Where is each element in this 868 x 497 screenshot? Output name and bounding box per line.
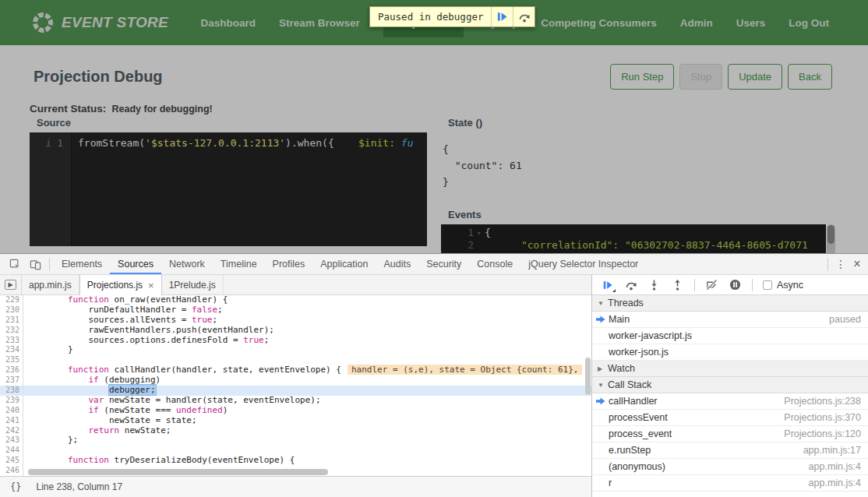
line-number-gutter[interactable]: 234 bbox=[0, 345, 23, 355]
callstack-frame-e-runstep[interactable]: e.runStepapp.min.js:17 bbox=[592, 442, 868, 459]
dropdown-corner bbox=[612, 289, 616, 292]
code-token: rawEventHandlers.push(eventHandler); bbox=[26, 325, 274, 335]
events-scrollbar-thumb[interactable] bbox=[827, 225, 834, 244]
source-code-line: fromStream('$stats-127.0.0.1:2113').when… bbox=[72, 132, 414, 246]
callstack-frame-item[interactable] bbox=[592, 492, 868, 497]
line-number-gutter[interactable]: 232 bbox=[0, 326, 23, 336]
watch-section-header[interactable]: ▶ Watch bbox=[592, 361, 868, 377]
update-button[interactable]: Update bbox=[728, 64, 782, 90]
step-out-button[interactable] bbox=[671, 278, 684, 291]
source-label: Source bbox=[37, 117, 427, 129]
overlay-resume-button[interactable] bbox=[491, 7, 513, 26]
code-token: (newState === bbox=[99, 405, 176, 415]
callstack-frame-anonymous[interactable]: (anonymous)app.min.js:4 bbox=[592, 459, 868, 475]
nav-item-competing-consumers[interactable]: Competing Consumers bbox=[541, 9, 657, 37]
threads-list: Mainpausedworker-javascript.jsworker-jso… bbox=[592, 312, 868, 361]
callstack-frame-process-event[interactable]: process_eventProjections.js:120 bbox=[592, 426, 868, 442]
threads-section-header[interactable]: ▼ Threads bbox=[592, 295, 868, 312]
callstack-section-header[interactable]: ▼ Call Stack bbox=[592, 377, 868, 393]
devtools-tab-timeline[interactable]: Timeline bbox=[213, 254, 265, 274]
line-number-gutter[interactable]: 245 bbox=[0, 456, 23, 466]
devtools-tab-network[interactable]: Network bbox=[161, 254, 213, 274]
file-tab-projections-js[interactable]: Projections.js× bbox=[79, 275, 162, 295]
pretty-print-icon[interactable]: {} bbox=[10, 481, 21, 492]
overlay-step-over-button[interactable] bbox=[513, 7, 535, 26]
step-into-button[interactable] bbox=[647, 278, 661, 291]
thread-row-main[interactable]: Mainpaused bbox=[592, 312, 868, 328]
checkbox-icon[interactable] bbox=[763, 280, 772, 290]
file-tab-app-min-js[interactable]: app.min.js bbox=[22, 275, 79, 294]
devtools-tab-console[interactable]: Console bbox=[469, 254, 520, 274]
inspect-element-button[interactable] bbox=[5, 254, 25, 274]
paused-in-debugger-overlay: Paused in debugger bbox=[369, 6, 535, 27]
file-tab-1prelude-js[interactable]: 1Prelude.js bbox=[162, 275, 224, 294]
code-token: ) bbox=[223, 405, 228, 415]
async-checkbox[interactable]: Async bbox=[763, 280, 803, 291]
step-over-button[interactable] bbox=[624, 278, 637, 291]
code-token bbox=[26, 295, 68, 305]
line-number-gutter[interactable]: 238 bbox=[0, 386, 23, 396]
line-number-gutter[interactable]: 239 bbox=[0, 396, 23, 406]
devtools-tab-application[interactable]: Application bbox=[312, 254, 376, 274]
nav-item-admin[interactable]: Admin bbox=[680, 9, 713, 37]
devtools-tab-sources[interactable]: Sources bbox=[110, 254, 161, 274]
line-number-gutter[interactable]: 236 bbox=[0, 365, 23, 375]
events-scrollbar[interactable] bbox=[827, 224, 835, 253]
show-navigator-button[interactable]: ▶ bbox=[0, 275, 22, 294]
scrollbar-thumb[interactable] bbox=[28, 469, 328, 475]
devtools-tab-profiles[interactable]: Profiles bbox=[265, 254, 313, 274]
line-number-gutter[interactable]: 244 bbox=[0, 446, 23, 456]
line-number-gutter[interactable]: 246 bbox=[0, 466, 23, 476]
line-number-gutter[interactable]: 231 bbox=[0, 315, 23, 326]
line-number-gutter[interactable]: 243 bbox=[0, 435, 23, 446]
pause-on-exceptions-button[interactable] bbox=[729, 278, 742, 291]
line-number-gutter[interactable]: 230 bbox=[0, 305, 23, 315]
debugger-sidebar: Async ▼ Threads Mainpausedworker-javascr… bbox=[592, 275, 868, 497]
line-number-gutter[interactable]: 241 bbox=[0, 416, 23, 426]
line-number-gutter[interactable]: 242 bbox=[0, 426, 23, 436]
eventstore-logo[interactable]: EVENT STORE bbox=[31, 11, 168, 34]
line-number-gutter[interactable]: 229 bbox=[0, 295, 23, 305]
eventstore-page: EVENT STORE DashboardStream BrowserProje… bbox=[0, 0, 868, 253]
line-number-gutter[interactable]: 240 bbox=[0, 406, 23, 416]
code-text: function tryDeserializeBody(eventEnvelop… bbox=[23, 456, 295, 466]
close-tab-icon[interactable]: × bbox=[148, 280, 154, 291]
frame-location: Projections.js:120 bbox=[784, 428, 861, 439]
nav-item-stream-browser[interactable]: Stream Browser bbox=[279, 9, 360, 37]
thread-row-worker-json-js[interactable]: worker-json.js bbox=[592, 344, 868, 361]
deactivate-breakpoints-button[interactable] bbox=[705, 278, 718, 291]
nav-item-log-out[interactable]: Log Out bbox=[789, 9, 829, 37]
separator bbox=[49, 258, 50, 271]
callstack-frame-callhandler[interactable]: callHandlerProjections.js:238 bbox=[592, 393, 868, 410]
horizontal-scrollbar[interactable] bbox=[23, 468, 591, 476]
devtools-menu-icon[interactable]: ⋮ bbox=[832, 258, 849, 270]
line-number-gutter[interactable]: 235 bbox=[0, 355, 23, 365]
devtools-tab-elements[interactable]: Elements bbox=[54, 254, 110, 274]
devtools-tab-jquery-selector-inspector[interactable]: jQuery Selector Inspector bbox=[520, 254, 646, 274]
devtools-close-icon[interactable]: × bbox=[849, 257, 865, 271]
step-out-icon bbox=[672, 279, 683, 291]
device-toolbar-button[interactable] bbox=[25, 254, 45, 274]
code-token: } bbox=[26, 344, 73, 354]
chevron-right-icon: ▶ bbox=[598, 365, 608, 372]
file-tabbar: ▶ app.min.jsProjections.js×1Prelude.js bbox=[0, 275, 591, 295]
nav-item-users[interactable]: Users bbox=[736, 9, 766, 37]
fold-icon[interactable]: ▾ bbox=[477, 227, 485, 239]
callstack-frame-r[interactable]: rapp.min.js:4 bbox=[592, 475, 868, 492]
devtools-tab-security[interactable]: Security bbox=[418, 254, 469, 274]
events-editor[interactable]: 1▾{2 "correlationId": "06302702-8837-446… bbox=[441, 224, 826, 253]
back-button[interactable]: Back bbox=[788, 64, 832, 90]
devtools-tab-audits[interactable]: Audits bbox=[376, 254, 418, 274]
line-number-gutter[interactable]: 237 bbox=[0, 375, 23, 386]
nav-item-dashboard[interactable]: Dashboard bbox=[201, 9, 256, 37]
thread-row-worker-javascript-js[interactable]: worker-javascript.js bbox=[592, 328, 868, 344]
stop-button: Stop bbox=[679, 64, 722, 90]
source-code-viewer[interactable]: 229 function on_raw(eventHandler) {230 r… bbox=[0, 295, 591, 476]
vertical-scrollbar-thumb[interactable] bbox=[585, 358, 591, 395]
events-code-line: 2 "correlationId": "06302702-8837-4464-8… bbox=[441, 239, 826, 252]
resume-button[interactable] bbox=[601, 278, 614, 291]
run-step-button[interactable]: Run Step bbox=[610, 64, 674, 90]
source-editor[interactable]: i1 fromStream('$stats-127.0.0.1:2113').w… bbox=[30, 132, 427, 246]
callstack-frame-processevent[interactable]: processEventProjections.js:370 bbox=[592, 410, 868, 426]
line-number-gutter[interactable]: 233 bbox=[0, 336, 23, 346]
